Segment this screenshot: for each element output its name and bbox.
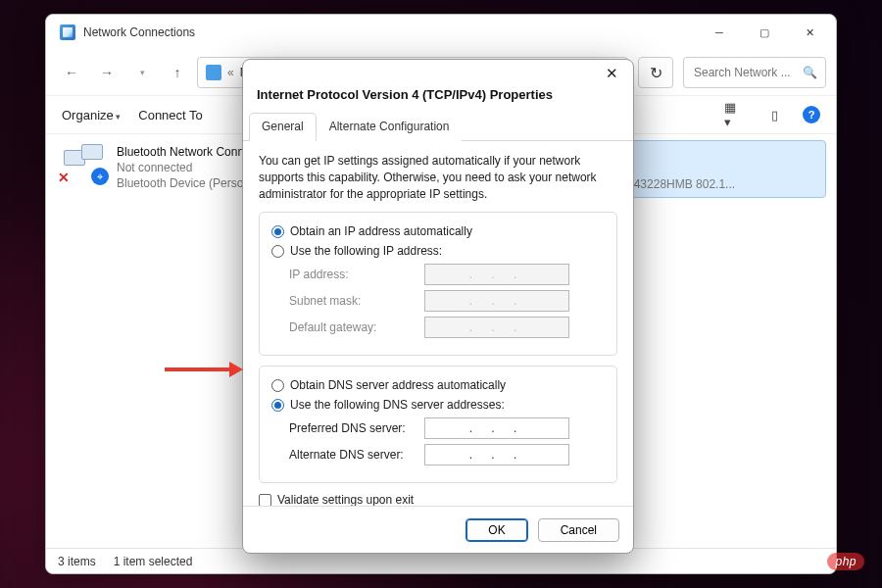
- radio-dns-auto[interactable]: Obtain DNS server address automatically: [271, 378, 605, 392]
- help-icon[interactable]: ?: [803, 106, 820, 123]
- item-count: 3 items: [58, 555, 96, 568]
- bluetooth-connection-icon: ✕ ⌖: [62, 144, 107, 183]
- input-gateway: . . .: [424, 317, 569, 338]
- radio-dot-selected-icon: [271, 399, 284, 412]
- radio-ip-manual[interactable]: Use the following IP address:: [271, 244, 605, 258]
- minimize-button[interactable]: ─: [697, 17, 742, 48]
- tab-general[interactable]: General: [249, 113, 317, 141]
- input-preferred-dns[interactable]: . . .: [424, 417, 569, 439]
- disconnected-icon: ✕: [58, 170, 70, 185]
- checkbox-icon: [259, 494, 271, 506]
- search-input[interactable]: [692, 65, 797, 80]
- dialog-description: You can get IP settings assigned automat…: [259, 153, 617, 202]
- titlebar: Network Connections ─ ▢ ✕: [46, 15, 836, 50]
- dialog-footer: OK Cancel: [243, 506, 633, 553]
- input-subnet-mask: . . .: [424, 290, 569, 312]
- recent-button[interactable]: ▾: [126, 57, 158, 88]
- window-title: Network Connections: [83, 25, 195, 39]
- up-button[interactable]: ↑: [162, 57, 193, 88]
- search-icon: 🔍: [803, 66, 817, 79]
- close-button[interactable]: ✕: [787, 17, 832, 48]
- ip-group: Obtain an IP address automatically Use t…: [259, 212, 617, 356]
- dialog-title: Internet Protocol Version 4 (TCP/IPv4) P…: [243, 79, 633, 112]
- radio-dot-icon: [271, 379, 284, 392]
- input-ip-address: . . .: [424, 264, 569, 285]
- radio-dns-manual[interactable]: Use the following DNS server addresses:: [271, 398, 605, 412]
- label-pref-dns: Preferred DNS server:: [289, 421, 424, 435]
- forward-button[interactable]: →: [91, 57, 122, 88]
- label-alt-dns: Alternate DNS server:: [289, 448, 424, 462]
- bluetooth-icon: ⌖: [91, 168, 109, 185]
- radio-ip-auto[interactable]: Obtain an IP address automatically: [271, 224, 605, 238]
- validate-checkbox-row[interactable]: Validate settings upon exit: [259, 493, 617, 506]
- bt-name: Bluetooth Network Conn: [117, 144, 244, 160]
- selected-count: 1 item selected: [114, 555, 193, 568]
- refresh-button[interactable]: ↻: [638, 57, 673, 88]
- address-icon: [206, 65, 221, 80]
- radio-dot-icon: [271, 245, 284, 258]
- label-gw: Default gateway:: [289, 320, 424, 334]
- organize-menu[interactable]: Organize: [62, 108, 121, 122]
- bt-status: Not connected: [117, 160, 244, 175]
- label-ip: IP address:: [289, 268, 424, 281]
- app-icon: [60, 24, 75, 40]
- bt-device: Bluetooth Device (Perso: [117, 175, 244, 191]
- tab-alternate[interactable]: Alternate Configuration: [317, 113, 463, 141]
- radio-dot-selected-icon: [271, 225, 284, 238]
- validate-label: Validate settings upon exit: [277, 493, 414, 506]
- view-options-icon[interactable]: ▦ ▾: [724, 104, 746, 125]
- maximize-button[interactable]: ▢: [742, 17, 787, 48]
- label-mask: Subnet mask:: [289, 294, 424, 308]
- back-button[interactable]: ←: [56, 57, 87, 88]
- connect-to-button[interactable]: Connect To: [138, 108, 203, 122]
- details-pane-icon[interactable]: ▯: [763, 104, 785, 125]
- watermark: php: [827, 553, 864, 570]
- dialog-tabs: General Alternate Configuration: [243, 112, 633, 141]
- dns-group: Obtain DNS server address automatically …: [259, 366, 617, 483]
- cancel-button[interactable]: Cancel: [538, 518, 619, 542]
- search-box[interactable]: 🔍: [683, 57, 826, 88]
- ok-button[interactable]: OK: [466, 518, 527, 542]
- input-alternate-dns[interactable]: . . .: [424, 444, 569, 466]
- ipv4-properties-dialog: ✕ Internet Protocol Version 4 (TCP/IPv4)…: [242, 59, 634, 554]
